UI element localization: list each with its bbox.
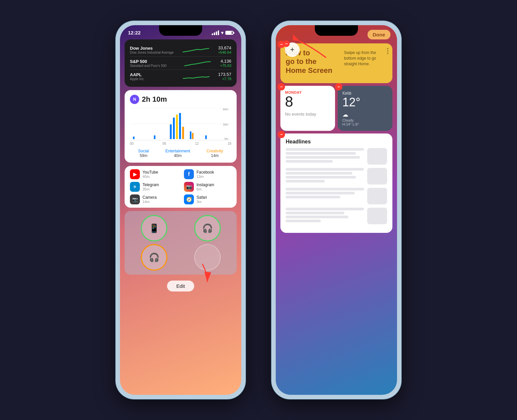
svg-rect-7 [154, 135, 155, 139]
screentime-chart-svg: 60m 30m 0m [130, 107, 231, 140]
stock-info-dow: Dow Jones Dow Jones Industrial Average [130, 46, 174, 54]
telegram-icon: ✈ [130, 182, 140, 192]
howto-desc: Swipe up from the bottom edge to go stra… [344, 49, 387, 67]
svg-rect-10 [176, 115, 178, 139]
camera-time: 14m [143, 200, 157, 204]
devices-widget[interactable]: 📱 🎧 🎧 [125, 211, 237, 275]
svg-rect-11 [179, 113, 181, 139]
headline-row-2 [286, 168, 387, 184]
stock-row-sp500: S&P 500 Standard and Poor's 500 4,136 +7… [130, 57, 231, 70]
time-label-00: 00 [130, 142, 134, 145]
facebook-name: Facebook [197, 170, 214, 175]
stock-chart-svg-aapl [183, 73, 209, 80]
safari-details: Safari 3m [197, 195, 207, 204]
entertainment-time: 40m [165, 153, 190, 158]
headline-thumb-4 [367, 208, 387, 224]
right-phone: Done − + − How to go [272, 21, 401, 399]
device-phone: 📱 [141, 215, 167, 241]
done-button[interactable]: Done [368, 30, 391, 39]
category-creativity: Creativity 14m [206, 149, 223, 158]
apps-grid: ▶ YouTube 40m f Facebook 13m [130, 169, 231, 204]
screentime-avatar: N [130, 95, 139, 104]
device-airpods-pro: 🎧 [194, 215, 221, 241]
edit-button-container: Edit [120, 278, 241, 293]
screentime-widget[interactable]: N 2h 10m 60m 30m 0m [125, 90, 237, 163]
status-icons: ▾ [212, 30, 233, 35]
headline-thumb-1 [367, 148, 387, 165]
time-label-12: 12 [195, 142, 199, 145]
device-airpods: 🎧 [141, 244, 167, 271]
svg-rect-8 [170, 124, 172, 139]
time-label-18: 18 [228, 142, 231, 145]
headline-row-1 [286, 148, 387, 165]
entertainment-label: Entertainment [165, 149, 190, 153]
headlines-widget[interactable]: − Headlines [280, 133, 392, 233]
stock-name-sp500: S&P 500 [130, 59, 175, 64]
left-phone: 12:22 ▾ Dow Jones Dow Jones Industr [116, 21, 245, 399]
weather-icon-row: ☁ [342, 111, 388, 118]
edit-button[interactable]: Edit [167, 281, 194, 291]
stock-change-aapl: +7.78 [218, 77, 231, 81]
stock-chart-svg-dow [183, 46, 209, 54]
instagram-details: Instagram 6m [197, 183, 214, 191]
headlines-minus-btn[interactable]: − [278, 131, 285, 138]
youtube-name: YouTube [143, 170, 158, 175]
stock-price-sp500: 4,136 [220, 59, 231, 64]
cal-date: 8 [285, 94, 330, 109]
headlines-title: Headlines [286, 139, 387, 145]
creativity-time: 14m [206, 153, 223, 158]
apps-widget[interactable]: ▶ YouTube 40m f Facebook 13m [125, 166, 237, 208]
category-social: Social 59m [138, 149, 149, 158]
safari-icon: 🧭 [184, 194, 194, 204]
telegram-details: Telegram 35m [143, 183, 159, 191]
stock-row-dow: Dow Jones Dow Jones Industrial Average 3… [130, 43, 231, 57]
youtube-details: YouTube 40m [143, 170, 158, 179]
stocks-widget[interactable]: Dow Jones Dow Jones Industrial Average 3… [125, 39, 237, 87]
headline-row-4 [286, 208, 387, 224]
svg-text:60m: 60m [223, 108, 228, 111]
stock-change-sp500: +75.03 [220, 64, 231, 68]
weather-high-low: H:14° L:6° [342, 122, 388, 126]
weather-widget[interactable]: − Київ 12° ☁ Cloudy H:14° L:6° [338, 86, 392, 131]
safari-name: Safari [197, 195, 207, 200]
plus-button-area: − + [285, 42, 300, 57]
stock-name-aapl: AAPL [130, 72, 174, 77]
facebook-details: Facebook 13m [197, 170, 214, 179]
time-label-06: 06 [162, 142, 166, 145]
stock-price-dow: 33,674 [218, 45, 231, 50]
svg-rect-6 [133, 136, 135, 139]
cal-minus-btn[interactable]: − [278, 83, 285, 90]
calendar-widget[interactable]: − MONDAY 8 No events today [280, 86, 335, 131]
devices-grid: 📱 🎧 🎧 [129, 215, 233, 271]
headline-thumb-3 [367, 188, 387, 204]
app-row-safari: 🧭 Safari 3m [184, 194, 231, 204]
stock-info-sp500: S&P 500 Standard and Poor's 500 [130, 59, 175, 68]
screentime-total: 2h 10m [142, 95, 167, 104]
stock-chart-sp500 [175, 59, 220, 67]
headline-lines-4 [286, 208, 364, 222]
screentime-categories: Social 59m Entertainment 40m Creativity … [130, 147, 231, 158]
headline-thumb-2 [367, 168, 387, 184]
time-display: 12:22 [128, 30, 141, 35]
stock-subtitle-dow: Dow Jones Industrial Average [130, 51, 174, 54]
creativity-label: Creativity [206, 149, 223, 153]
howto-dots [387, 48, 388, 54]
camera-icon: 📷 [130, 194, 140, 204]
social-label: Social [138, 149, 149, 153]
stock-info-aapl: AAPL Apple Inc. [130, 72, 174, 81]
status-bar-left: 12:22 ▾ [120, 25, 241, 35]
screentime-header: N 2h 10m [130, 95, 231, 104]
screentime-chart: 60m 30m 0m [130, 107, 231, 140]
stock-row-aapl: AAPL Apple Inc. 173.57 +7.78 [130, 70, 231, 83]
weather-minus-btn[interactable]: − [335, 83, 342, 90]
left-screen: 12:22 ▾ Dow Jones Dow Jones Industr [120, 25, 241, 395]
battery-icon [225, 31, 233, 35]
svg-rect-9 [173, 118, 175, 139]
app-row-facebook: f Facebook 13m [184, 169, 231, 179]
instagram-icon: 📷 [184, 182, 194, 192]
svg-rect-13 [190, 131, 192, 139]
app-row-youtube: ▶ YouTube 40m [130, 169, 177, 179]
youtube-time: 40m [143, 175, 158, 179]
headline-lines-3 [286, 188, 364, 198]
camera-details: Camera 14m [143, 195, 157, 204]
